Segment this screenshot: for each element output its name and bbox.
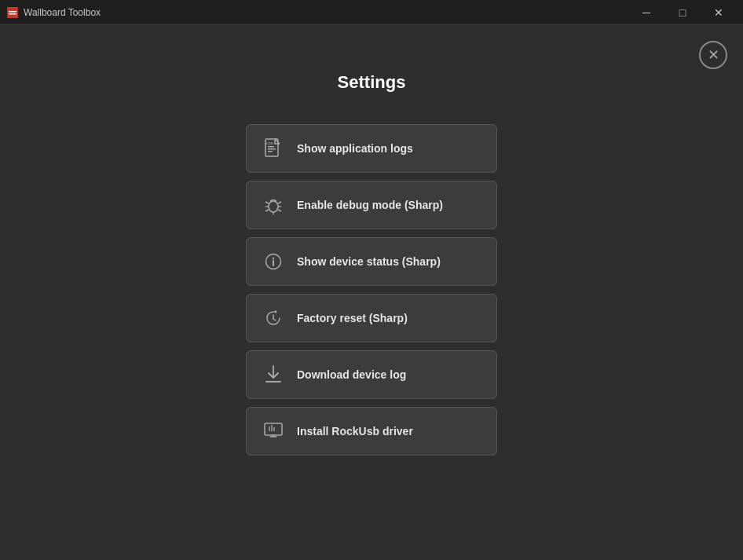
- close-button[interactable]: ✕: [701, 0, 737, 25]
- bug-icon: [262, 194, 284, 216]
- svg-line-14: [278, 210, 281, 211]
- page-title: Settings: [338, 72, 406, 93]
- svg-point-8: [269, 201, 278, 212]
- app-title: Wallboard Toolbox: [24, 7, 628, 18]
- svg-rect-1: [9, 11, 16, 13]
- window-controls: ─ □ ✕: [628, 0, 737, 25]
- svg-point-17: [275, 200, 276, 202]
- show-app-logs-label: Show application logs: [297, 142, 481, 155]
- install-rockusb-driver-label: Install RockUsb driver: [297, 425, 481, 437]
- maximize-button[interactable]: □: [664, 0, 701, 25]
- download-device-log-label: Download device log: [297, 368, 481, 381]
- info-circle-icon: [262, 251, 284, 273]
- svg-point-16: [271, 200, 273, 202]
- download-device-log-button[interactable]: Download device log: [246, 350, 497, 399]
- title-bar: Wallboard Toolbox ─ □ ✕: [0, 0, 743, 25]
- refresh-icon: [262, 307, 284, 329]
- svg-rect-4: [268, 146, 274, 148]
- svg-rect-25: [265, 423, 282, 435]
- show-device-status-button[interactable]: Show device status (Sharp): [246, 237, 497, 286]
- download-icon: [262, 364, 284, 386]
- svg-rect-2: [9, 13, 16, 15]
- svg-line-9: [265, 202, 269, 203]
- svg-rect-6: [268, 151, 273, 152]
- action-buttons-container: LOG Show application logs: [246, 124, 497, 456]
- factory-reset-button[interactable]: Factory reset (Sharp): [246, 294, 497, 342]
- show-device-status-label: Show device status (Sharp): [297, 255, 481, 268]
- log-file-icon: LOG: [262, 137, 284, 159]
- close-circle-icon: ✕: [708, 46, 719, 64]
- svg-point-20: [273, 258, 274, 259]
- close-circle-button[interactable]: ✕: [699, 41, 727, 69]
- enable-debug-mode-label: Enable debug mode (Sharp): [297, 199, 481, 211]
- svg-line-10: [278, 202, 281, 203]
- factory-reset-label: Factory reset (Sharp): [297, 312, 481, 324]
- svg-line-22: [273, 319, 276, 320]
- minimize-button[interactable]: ─: [628, 0, 664, 25]
- monitor-icon: [262, 420, 284, 442]
- main-content: ✕ Settings LOG Show application logs: [0, 25, 743, 560]
- svg-rect-5: [268, 148, 276, 150]
- enable-debug-mode-button[interactable]: Enable debug mode (Sharp): [246, 181, 497, 229]
- install-rockusb-driver-button[interactable]: Install RockUsb driver: [246, 407, 497, 456]
- app-icon: [6, 6, 19, 19]
- svg-line-13: [265, 210, 269, 211]
- svg-text:LOG: LOG: [266, 141, 273, 145]
- svg-rect-0: [7, 7, 18, 18]
- show-app-logs-button[interactable]: LOG Show application logs: [246, 124, 497, 173]
